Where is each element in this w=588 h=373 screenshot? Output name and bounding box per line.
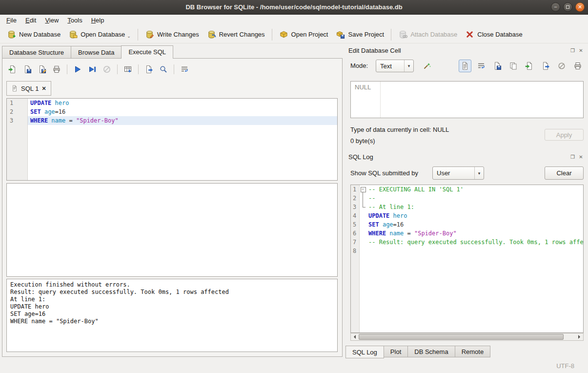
- scrollbar-thumb[interactable]: [359, 334, 564, 340]
- close-tab-icon[interactable]: [41, 85, 46, 92]
- close-button[interactable]: [575, 2, 585, 12]
- write-changes-button[interactable]: Write Changes: [141, 27, 203, 41]
- code-line: 6WHERE name = "Spider-Boy": [351, 229, 583, 238]
- code-text: UPDATE hero: [27, 99, 69, 107]
- tab-database-structure[interactable]: Database Structure: [2, 46, 71, 58]
- sql-editor[interactable]: 1UPDATE hero2SET age=163WHERE name = "Sp…: [6, 98, 338, 181]
- log-filter-select[interactable]: User: [432, 166, 484, 180]
- apply-button[interactable]: Apply: [545, 129, 584, 141]
- float-panel-icon[interactable]: [569, 47, 576, 54]
- cell-panel-header: Edit Database Cell: [348, 46, 584, 55]
- tab-sql-log[interactable]: SQL Log: [345, 346, 384, 358]
- menu-file[interactable]: File: [2, 15, 21, 25]
- close-panel-icon[interactable]: [578, 47, 584, 54]
- tab-sql-1[interactable]: SQL 1: [6, 81, 51, 96]
- close-panel-icon[interactable]: [578, 154, 584, 160]
- mode-select[interactable]: Text: [376, 60, 414, 72]
- mode-label: Mode:: [350, 62, 368, 69]
- cell-editor-toolbar: [459, 60, 584, 72]
- tab-remote[interactable]: Remote: [455, 346, 491, 357]
- toolbar-button-label: Close Database: [477, 31, 523, 38]
- new-database-button[interactable]: New Database: [3, 27, 64, 41]
- clear-button[interactable]: Clear: [545, 166, 584, 180]
- sql-log-view[interactable]: 1-- EXECUTING ALL IN 'SQL 1'2--3-- At li…: [350, 185, 584, 333]
- auto-switch-mode-icon[interactable]: [421, 60, 433, 72]
- revert-changes-button[interactable]: Revert Changes: [203, 27, 269, 41]
- code-text: SET age=16: [27, 107, 65, 116]
- close-database-icon: [465, 30, 474, 39]
- code-text: SET age=16: [366, 220, 404, 229]
- tab-browse-data[interactable]: Browse Data: [71, 46, 122, 58]
- open-database-button[interactable]: Open Database⌄: [64, 27, 135, 41]
- log-horizontal-scrollbar[interactable]: [350, 333, 584, 341]
- right-panel: Edit Database Cell Mode: Text NULL Type …: [345, 45, 588, 362]
- messages-area[interactable]: Execution finished without errors. Resul…: [6, 279, 338, 352]
- close-database-button[interactable]: Close Database: [461, 27, 527, 41]
- line-number: 4: [351, 211, 360, 220]
- word-wrap-icon[interactable]: [178, 63, 191, 76]
- tab-db-schema[interactable]: DB Schema: [407, 346, 455, 357]
- menu-help[interactable]: Help: [87, 15, 109, 25]
- cell-value-editor[interactable]: NULL: [350, 81, 584, 118]
- code-text: -- Result: query executed successfully. …: [366, 238, 584, 247]
- toolbar-button-label: Attach Database: [410, 31, 457, 38]
- line-number: 3: [7, 116, 27, 125]
- toolbar-separator: [138, 29, 138, 41]
- word-wrap-icon[interactable]: [475, 60, 487, 72]
- print-icon[interactable]: [50, 63, 63, 76]
- tab-execute-sql[interactable]: Execute SQL: [121, 45, 173, 59]
- dropdown-arrow-icon: ⌄: [127, 34, 131, 39]
- code-text: WHERE name = "Spider-Boy": [366, 229, 457, 238]
- copy-cell-icon[interactable]: [507, 60, 520, 72]
- toolbar-button-label: Save Project: [348, 31, 384, 38]
- code-line: 7-- Result: query executed successfully.…: [351, 238, 583, 247]
- execute-line-icon[interactable]: [86, 63, 99, 76]
- titlebar: DB Browser for SQLite - /home/user/code/…: [0, 0, 588, 15]
- open-sql-file-icon[interactable]: [6, 63, 19, 76]
- text-view-icon[interactable]: [459, 60, 471, 72]
- save-results-icon[interactable]: [122, 63, 134, 76]
- revert-changes-icon: [207, 30, 216, 39]
- toolbar-separator: [174, 64, 174, 74]
- code-line: 1-- EXECUTING ALL IN 'SQL 1': [351, 185, 583, 194]
- code-line: 3WHERE name = "Spider-Boy": [7, 116, 337, 125]
- line-number: 1: [351, 185, 360, 194]
- save-cell-icon[interactable]: [491, 60, 504, 72]
- write-changes-icon: [145, 30, 154, 39]
- line-number: 5: [351, 220, 360, 229]
- log-panel-controls: [569, 154, 584, 160]
- float-panel-icon[interactable]: [569, 154, 576, 160]
- import-cell-icon[interactable]: [523, 60, 536, 72]
- open-project-button[interactable]: Open Project: [275, 27, 332, 41]
- chevron-down-icon: [474, 167, 484, 179]
- sql-file-icon: [11, 85, 18, 92]
- code-line: 2SET age=16: [7, 107, 337, 116]
- find-replace-icon[interactable]: [157, 63, 170, 76]
- tab-plot[interactable]: Plot: [384, 346, 408, 357]
- open-database-icon: [68, 30, 78, 39]
- print-cell-icon[interactable]: [571, 60, 584, 72]
- results-grid[interactable]: [6, 183, 338, 277]
- execute-all-icon[interactable]: [71, 63, 84, 76]
- sql-editor-toolbar: [6, 62, 191, 76]
- menu-edit[interactable]: Edit: [21, 15, 41, 25]
- toolbar-separator: [138, 64, 139, 74]
- attach-database-icon: [398, 30, 407, 39]
- menu-view[interactable]: View: [41, 15, 63, 25]
- code-text: WHERE name = "Spider-Boy": [27, 116, 119, 125]
- attach-database-button[interactable]: Attach Database: [394, 27, 461, 41]
- save-project-button[interactable]: Save Project: [332, 27, 388, 41]
- save-sql-as-icon[interactable]: [36, 63, 48, 76]
- maximize-button[interactable]: [563, 2, 572, 12]
- set-null-icon[interactable]: [555, 60, 568, 72]
- scroll-right-icon[interactable]: [576, 333, 583, 340]
- scroll-left-icon[interactable]: [351, 333, 358, 340]
- line-number: 2: [351, 194, 360, 203]
- export-results-icon[interactable]: [142, 63, 155, 76]
- fold-marker-icon[interactable]: [360, 185, 366, 194]
- minimize-button[interactable]: [551, 2, 560, 12]
- save-sql-file-icon[interactable]: [21, 63, 34, 76]
- main-toolbar: New DatabaseOpen Database⌄Write ChangesR…: [0, 26, 588, 43]
- export-cell-icon[interactable]: [539, 60, 552, 72]
- menu-tools[interactable]: Tools: [63, 15, 86, 25]
